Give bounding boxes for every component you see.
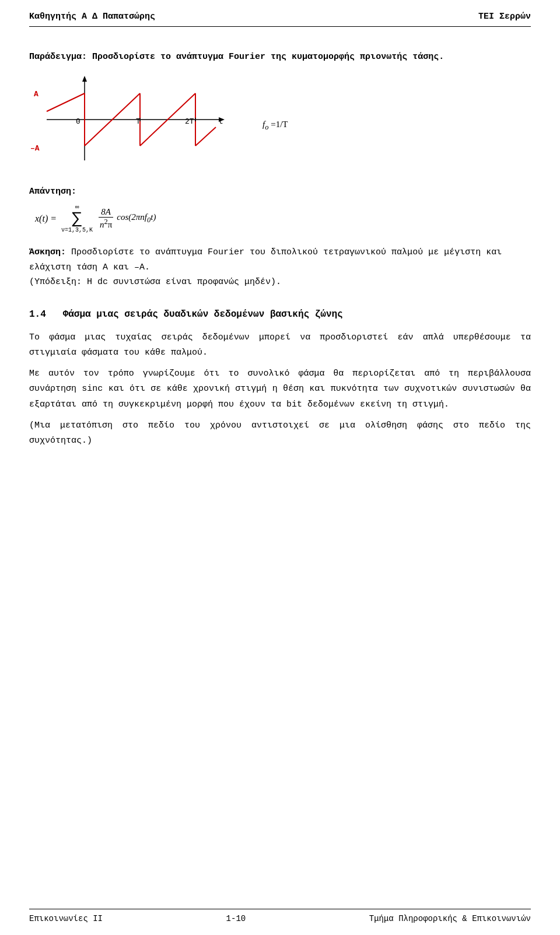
example-paragraph: Παράδειγμα: Προσδιορίστε το ανάπτυγμα Fo… <box>29 50 531 64</box>
header-institution: ΤΕΙ Σερρών <box>478 12 531 22</box>
exercise-text: Προσδιορίστε το ανάπτυγμα Fourier του δι… <box>29 247 502 272</box>
footer-department: Τμήμα Πληροφορικής & Επικοινωνιών <box>369 914 531 923</box>
freq-label: fo <box>262 120 268 129</box>
formula-block: x(t) = ∞ ∑ ν=1,3,5,Κ 8A n2π cos(2πnf0t) <box>35 204 531 233</box>
sum-lower: ν=1,3,5,Κ <box>61 227 93 233</box>
footer-course: Επικοινωνίες ΙΙ <box>29 914 103 923</box>
page-header: Καθηγητής Α Δ Παπατσώρης ΤΕΙ Σερρών <box>29 12 531 27</box>
freq-formula: fo =1/T <box>262 120 288 132</box>
section-number: 1.4 <box>29 309 46 320</box>
section-para-3: (Μια μετατόπιση στο πεδίο του χρόνου αντ… <box>29 418 531 449</box>
sum-limits: ∞ ∑ ν=1,3,5,Κ <box>61 204 93 233</box>
svg-text:0: 0 <box>76 117 80 126</box>
section-para-2: Με αυτόν τον τρόπο γνωρίζουμε ότι το συν… <box>29 366 531 412</box>
diagram-area: A –A 0 T 2T t <box>29 76 531 172</box>
para2-text: αυτόν τον τρόπο γνωρίζουμε ότι το συνολι… <box>29 369 531 409</box>
freq-eq: =1/T <box>271 120 288 129</box>
section-title: Φάσμα μιας σειράς δυαδικών δεδομένων βασ… <box>63 309 343 320</box>
answer-label-line: Απάντηση: <box>29 187 531 197</box>
svg-text:–A: –A <box>30 144 40 153</box>
svg-text:A: A <box>34 90 38 99</box>
header-author: Καθηγητής Α Δ Παπατσώρης <box>29 12 155 22</box>
example-text: Προσδιορίστε το ανάπτυγμα Fourier της κυ… <box>92 52 444 62</box>
exercise-label: Άσκηση: <box>29 247 66 257</box>
example-label: Παράδειγμα: <box>29 52 87 62</box>
para3-text: (Μια μετατόπιση στο πεδίο του χρόνου αντ… <box>29 421 531 446</box>
answer-section: Απάντηση: x(t) = ∞ ∑ ν=1,3,5,Κ 8A n2π <box>29 187 531 233</box>
formula-xt: x(t) = <box>35 213 59 224</box>
exercise-hint: (Υπόδειξη: Η dc συνιστώσα είναι προφανώς… <box>29 277 281 287</box>
fraction-numerator: 8A <box>99 207 113 218</box>
formula-cos: cos(2πnf0t) <box>117 212 156 225</box>
page-container: Καθηγητής Α Δ Παπατσώρης ΤΕΙ Σερρών Παρά… <box>0 0 560 935</box>
para1-start: Το <box>29 332 40 342</box>
footer-page: 1-10 <box>226 914 246 923</box>
answer-label: Απάντηση: <box>29 187 76 197</box>
fraction-denominator: n2π <box>97 218 114 230</box>
page-footer: Επικοινωνίες ΙΙ 1-10 Τμήμα Πληροφορικής … <box>29 909 531 923</box>
section-para-1: Το φάσμα μιας τυχαίας σειράς δεδομένων μ… <box>29 330 531 361</box>
waveform-diagram: A –A 0 T 2T t <box>29 76 228 172</box>
svg-line-16 <box>195 127 216 146</box>
section-14-header: 1.4 Φάσμα μιας σειράς δυαδικών δεδομένων… <box>29 307 531 321</box>
sum-symbol: ∑ <box>72 211 82 227</box>
svg-text:2T: 2T <box>185 117 194 126</box>
exercise-section: Άσκηση: Προσδιορίστε το ανάπτυγμα Fourie… <box>29 245 531 290</box>
svg-line-10 <box>47 93 85 111</box>
para1-text: φάσμα μιας τυχαίας σειράς δεδομένων μπορ… <box>29 332 531 358</box>
main-content: Παράδειγμα: Προσδιορίστε το ανάπτυγμα Fo… <box>29 44 531 460</box>
para2-start: Με <box>29 369 40 379</box>
fraction-8A-n2pi: 8A n2π <box>97 207 114 230</box>
svg-marker-9 <box>82 76 87 82</box>
section-14-body: Το φάσμα μιας τυχαίας σειράς δεδομένων μ… <box>29 330 531 449</box>
